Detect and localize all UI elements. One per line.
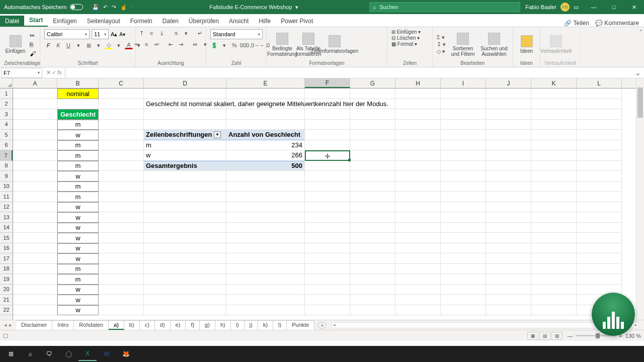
cell[interactable] (144, 264, 226, 275)
cell[interactable] (531, 223, 577, 233)
taskbar-app-icon[interactable]: 🗨 (40, 347, 58, 361)
align-bottom-icon[interactable]: ⤓ (157, 29, 166, 37)
col-header-H[interactable]: H (395, 78, 441, 88)
cell[interactable] (531, 243, 577, 254)
cell[interactable] (395, 223, 441, 233)
cell[interactable] (99, 285, 144, 295)
cell[interactable]: w (57, 243, 99, 254)
cell[interactable] (577, 233, 622, 243)
zoom-level[interactable]: 130 % (625, 333, 641, 339)
formula-input[interactable] (65, 68, 631, 78)
cell[interactable] (305, 140, 350, 151)
cell[interactable] (144, 253, 226, 264)
cell-styles-button[interactable]: Zellenformatvorlagen (323, 35, 346, 54)
cell[interactable] (486, 305, 531, 316)
wrap-text-icon[interactable]: ↵ (196, 29, 204, 37)
cell[interactable]: w (57, 233, 99, 243)
cell[interactable] (531, 150, 577, 161)
cell[interactable] (441, 253, 486, 264)
cell[interactable] (441, 140, 486, 151)
cell[interactable] (144, 274, 226, 285)
cell[interactable] (577, 171, 622, 182)
cell[interactable] (144, 120, 226, 130)
view-buttons[interactable]: ▦ ▤ ▧ (527, 332, 562, 340)
cell[interactable] (13, 192, 57, 202)
cell[interactable] (99, 202, 144, 213)
cell[interactable] (577, 99, 622, 110)
cut-icon[interactable]: ✂ (30, 32, 36, 39)
row-header-17[interactable]: 17 (0, 253, 13, 264)
row-header-13[interactable]: 13 (0, 212, 13, 223)
undo-icon[interactable]: ↶ (103, 4, 108, 11)
cell[interactable] (226, 120, 305, 130)
row-header-22[interactable]: 22 (0, 305, 13, 316)
cell[interactable] (144, 109, 226, 120)
align-middle-icon[interactable]: ≡ (147, 29, 155, 37)
cell[interactable] (395, 99, 441, 110)
cell[interactable] (441, 202, 486, 213)
cell[interactable] (395, 171, 441, 182)
cell[interactable] (144, 295, 226, 305)
cell[interactable] (577, 192, 622, 202)
cell[interactable] (395, 140, 441, 151)
taskbar-excel-icon[interactable]: X (78, 347, 97, 361)
cell[interactable] (99, 295, 144, 305)
col-header-C[interactable]: C (99, 78, 144, 88)
cell[interactable] (144, 171, 226, 182)
row-header-19[interactable]: 19 (0, 274, 13, 285)
taskbar-word-icon[interactable]: W (98, 347, 116, 361)
paste-button[interactable]: Einfügen (4, 35, 27, 54)
cell[interactable] (577, 150, 622, 161)
cell[interactable] (531, 120, 577, 130)
cell[interactable]: m (57, 150, 99, 161)
cell[interactable] (441, 109, 486, 120)
ribbon-mode-icon[interactable]: ▭ (574, 4, 579, 11)
italic-button[interactable]: K (54, 41, 62, 49)
cell[interactable] (441, 161, 486, 171)
cell[interactable] (441, 171, 486, 182)
cell[interactable]: m (57, 161, 99, 171)
percent-icon[interactable]: % (230, 41, 238, 49)
cell[interactable] (305, 285, 350, 295)
cell[interactable] (577, 274, 622, 285)
record-macro-icon[interactable]: ▢ (3, 332, 8, 339)
cell[interactable] (531, 233, 577, 243)
cell[interactable] (99, 223, 144, 233)
cell[interactable] (486, 202, 531, 213)
cell[interactable] (577, 264, 622, 275)
cell[interactable] (441, 264, 486, 275)
cell[interactable] (13, 305, 57, 316)
tab-ansicht[interactable]: Ansicht (224, 16, 254, 27)
tab-hilfe[interactable]: Hilfe (254, 16, 276, 27)
cell[interactable] (13, 264, 57, 275)
col-header-J[interactable]: J (486, 78, 531, 88)
cell[interactable] (13, 140, 57, 151)
col-header-A[interactable]: A (13, 78, 57, 88)
cell[interactable] (441, 150, 486, 161)
sheet-tab[interactable]: d) (155, 320, 171, 330)
redo-icon[interactable]: ↷ (112, 4, 116, 11)
cell[interactable] (531, 161, 577, 171)
row-header-14[interactable]: 14 (0, 223, 13, 233)
row-header-21[interactable]: 21 (0, 295, 13, 305)
cell[interactable] (486, 150, 531, 161)
cell[interactable] (395, 120, 441, 130)
tab-start[interactable]: Start (24, 15, 48, 27)
cell[interactable] (486, 243, 531, 254)
ideas-button[interactable]: Ideen (517, 35, 536, 54)
cell[interactable] (531, 285, 577, 295)
collapse-ribbon-icon[interactable]: ˄ (639, 29, 642, 35)
bold-button[interactable]: F (44, 41, 52, 49)
conditional-formatting-button[interactable]: Bedingte Formatierung (271, 33, 294, 57)
cell[interactable] (441, 99, 486, 110)
cell[interactable]: w (57, 295, 99, 305)
cell[interactable] (441, 295, 486, 305)
cell[interactable] (350, 182, 395, 192)
cell[interactable]: 500 (226, 161, 305, 171)
cell[interactable] (13, 243, 57, 254)
cell[interactable] (13, 161, 57, 171)
cell[interactable] (350, 99, 395, 110)
cell[interactable] (350, 243, 395, 254)
sheet-tab[interactable]: g) (200, 320, 215, 330)
cell[interactable] (99, 88, 144, 99)
